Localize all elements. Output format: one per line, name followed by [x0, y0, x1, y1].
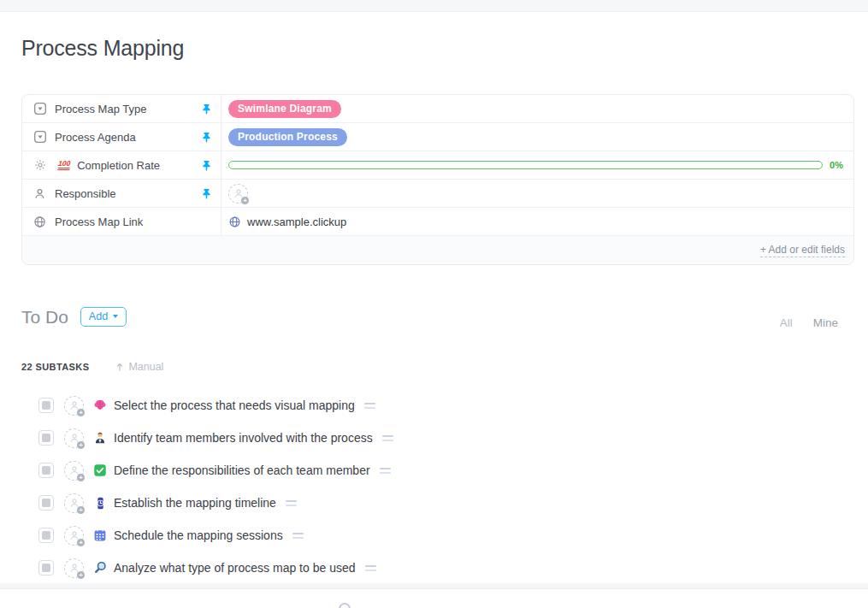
- todo-section-header: To Do Add All Mine: [21, 304, 855, 329]
- field-value-cell: +: [221, 180, 853, 207]
- field-label-cell[interactable]: Process Agenda: [22, 123, 221, 151]
- field-value-pill[interactable]: Swimlane Diagram: [228, 100, 341, 118]
- plus-badge-icon: +: [77, 539, 85, 546]
- plus-badge-icon: +: [77, 571, 85, 579]
- sort-control[interactable]: Manual: [115, 361, 163, 373]
- subtask-checkbox[interactable]: [38, 430, 54, 446]
- description-lines-icon[interactable]: [364, 403, 375, 409]
- plus-badge-icon: +: [77, 441, 85, 449]
- add-assignee-avatar[interactable]: +: [64, 396, 84, 416]
- plus-badge-icon: +: [77, 474, 85, 481]
- description-lines-icon[interactable]: [382, 435, 393, 441]
- subtask-row[interactable]: + Identify team members involved with th…: [21, 422, 855, 454]
- check-mark-button-emoji-icon: [93, 463, 107, 477]
- magnifying-glass-emoji-icon: [93, 561, 107, 575]
- website-link-value[interactable]: www.sample.clickup: [228, 215, 346, 228]
- field-value-cell: Swimlane Diagram: [221, 95, 853, 122]
- plus-badge-icon: +: [77, 506, 85, 514]
- watch-emoji-icon: [93, 496, 107, 510]
- add-assignee-avatar[interactable]: +: [64, 493, 84, 513]
- field-row-responsible: Responsible +: [22, 180, 853, 208]
- field-row-process-map-type: Process Map Type Swimlane Diagram: [22, 95, 853, 123]
- filter-all[interactable]: All: [780, 316, 793, 329]
- field-value-cell: www.sample.clickup: [221, 208, 853, 235]
- globe-link-icon: [228, 215, 241, 228]
- add-task-button[interactable]: Add: [80, 307, 127, 327]
- add-assignee-avatar[interactable]: +: [228, 184, 248, 204]
- checkbox-fill: [42, 531, 50, 540]
- pin-icon[interactable]: [201, 188, 212, 199]
- sort-label: Manual: [128, 361, 163, 373]
- progress-track: [228, 161, 823, 169]
- subtask-filters: All Mine: [780, 316, 855, 329]
- add-assignee-avatar[interactable]: +: [64, 461, 84, 481]
- subtask-title[interactable]: Identify team members involved with the …: [114, 431, 373, 445]
- field-label-cell[interactable]: Process Map Link: [22, 208, 221, 235]
- pin-icon[interactable]: [201, 132, 212, 143]
- top-divider-bar: [0, 0, 868, 12]
- checkbox-fill: [42, 401, 50, 410]
- field-label-cell[interactable]: Process Map Type: [22, 95, 221, 122]
- custom-fields-table: Process Map Type Swimlane Diagram Proces…: [21, 94, 854, 265]
- checkbox-fill: [42, 466, 50, 475]
- description-lines-icon[interactable]: [365, 565, 376, 571]
- completion-progress-bar[interactable]: 0%: [228, 160, 853, 170]
- subtask-row[interactable]: + Establish the mapping timeline: [21, 487, 855, 519]
- subtask-count: 22 SUBTASKS: [21, 362, 89, 372]
- page-title: Process Mapping: [21, 36, 184, 61]
- field-value-pill[interactable]: Production Process: [228, 128, 347, 146]
- subtask-title[interactable]: Define the responsibilities of each team…: [114, 463, 370, 477]
- person-field-icon: [32, 186, 47, 201]
- checkbox-fill: [42, 499, 50, 507]
- add-assignee-avatar[interactable]: +: [64, 428, 84, 448]
- calendar-emoji-icon: [93, 528, 107, 542]
- subtask-title[interactable]: Schedule the mapping sessions: [114, 528, 283, 542]
- subtask-checkbox[interactable]: [38, 463, 54, 478]
- plus-badge-icon: +: [77, 409, 85, 416]
- subtask-checkbox[interactable]: [38, 528, 54, 543]
- field-row-process-agenda: Process Agenda Production Process: [22, 123, 853, 151]
- subtask-list: + Select the process that needs visual m…: [21, 389, 855, 584]
- add-assignee-avatar[interactable]: +: [64, 526, 84, 546]
- field-label: Responsible: [55, 187, 116, 200]
- pin-icon[interactable]: [201, 160, 212, 171]
- add-or-edit-fields-link[interactable]: + Add or edit fields: [760, 244, 845, 257]
- subtask-checkbox[interactable]: [38, 495, 54, 511]
- subtask-row[interactable]: + Schedule the mapping sessions: [21, 519, 855, 552]
- description-lines-icon[interactable]: [286, 500, 297, 506]
- field-label: Process Agenda: [55, 131, 136, 144]
- dropdown-field-icon: [32, 130, 47, 145]
- field-label: Process Map Type: [55, 103, 146, 115]
- subtask-checkbox[interactable]: [38, 398, 54, 413]
- hundred-points-emoji: 100: [57, 160, 70, 170]
- progress-percent-label: 0%: [830, 160, 843, 170]
- description-lines-icon[interactable]: [292, 533, 304, 539]
- loading-spinner: [339, 603, 351, 608]
- description-lines-icon[interactable]: [380, 468, 391, 474]
- field-label: Process Map Link: [55, 215, 143, 228]
- checkbox-fill: [42, 564, 50, 572]
- automatic-gear-icon: [32, 158, 47, 173]
- subtask-row[interactable]: + Select the process that needs visual m…: [21, 389, 855, 422]
- chevron-down-icon: [113, 315, 118, 318]
- add-assignee-avatar[interactable]: +: [64, 558, 84, 578]
- filter-mine[interactable]: Mine: [813, 316, 838, 329]
- subtask-title[interactable]: Analyze what type of process map to be u…: [114, 561, 356, 575]
- subtask-title[interactable]: Select the process that needs visual map…: [114, 398, 355, 412]
- field-label-cell[interactable]: Responsible: [22, 180, 221, 207]
- brain-emoji-icon: [93, 398, 107, 412]
- globe-field-icon: [32, 215, 47, 229]
- pin-icon[interactable]: [201, 103, 212, 115]
- subtask-title[interactable]: Establish the mapping timeline: [114, 496, 276, 510]
- subtask-row[interactable]: + Define the responsibilities of each te…: [21, 454, 855, 487]
- subtask-checkbox[interactable]: [38, 560, 54, 576]
- dropdown-field-icon: [32, 102, 47, 116]
- plus-badge-icon: +: [241, 197, 249, 204]
- bottom-divider-bar: [0, 583, 868, 589]
- checkbox-fill: [42, 434, 50, 442]
- subtask-row[interactable]: + Analyze what type of process map to be…: [21, 552, 855, 584]
- subtasks-header: 22 SUBTASKS Manual: [21, 361, 163, 373]
- field-label-cell[interactable]: 100 Completion Rate: [22, 151, 221, 179]
- field-row-completion-rate: 100 Completion Rate 0%: [22, 151, 853, 180]
- office-worker-emoji-icon: [93, 431, 107, 445]
